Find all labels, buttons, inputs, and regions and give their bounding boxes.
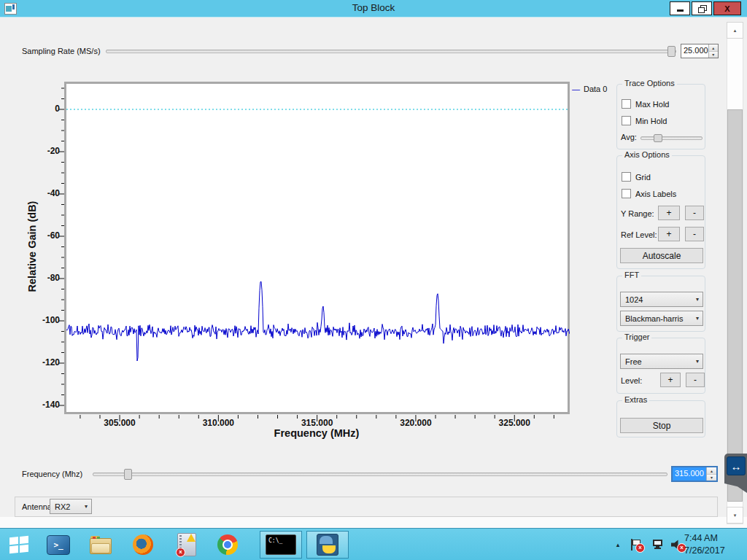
close-button[interactable]: X <box>713 1 741 15</box>
legend-line-icon: — <box>572 85 580 93</box>
trigger-level-plus-button[interactable]: + <box>660 373 681 387</box>
taskbar-firefox-button[interactable] <box>130 529 156 560</box>
trigger-mode-dropdown[interactable]: Free ▾ <box>620 354 703 369</box>
fft-size-dropdown[interactable]: 1024 ▾ <box>620 292 703 307</box>
stop-button[interactable]: Stop <box>620 418 703 433</box>
frequency-value[interactable]: 315.000 <box>673 467 706 481</box>
grid-label: Grid <box>635 173 651 182</box>
spectrum-trace <box>66 281 570 361</box>
tray-network[interactable] <box>651 529 665 560</box>
trigger-title: Trigger <box>622 332 651 341</box>
spin-up-icon[interactable]: ▴ <box>709 44 718 52</box>
maximize-button[interactable] <box>692 1 712 15</box>
powershell-icon: >_ <box>47 535 70 555</box>
firefox-icon <box>133 534 153 555</box>
legend-series-label: Data 0 <box>584 85 607 93</box>
error-badge-icon: x <box>176 548 185 557</box>
tray-show-hidden-button[interactable]: ▴ <box>611 529 624 560</box>
scrollbar-up-button[interactable]: ▴ <box>727 22 743 39</box>
min-hold-checkbox[interactable] <box>622 116 631 125</box>
python-icon <box>317 534 338 556</box>
taskbar: >_ x C:\_ ▴ <box>0 528 747 560</box>
frequency-slider-handle[interactable] <box>124 469 132 480</box>
x-tick-label: 325.000 <box>489 418 540 428</box>
avg-label: Avg: <box>621 133 637 141</box>
grid-checkbox[interactable] <box>622 172 631 182</box>
speaker-muted-icon: x <box>671 540 681 550</box>
maximize-icon <box>698 5 706 12</box>
flag-icon: x <box>630 539 642 551</box>
extras-title: Extras <box>622 395 649 404</box>
trace-options-group: Trace Options Max Hold Min Hold Avg: <box>616 84 705 149</box>
taskbar-explorer-button[interactable] <box>88 529 114 560</box>
spin-down-icon[interactable]: ▾ <box>707 475 716 481</box>
teamviewer-icon: ↔ <box>727 456 746 475</box>
antenna-panel <box>15 497 718 517</box>
sampling-rate-spinbox[interactable]: 25.000 ▴ ▾ <box>681 44 719 58</box>
tray-volume[interactable]: x <box>671 529 681 560</box>
max-hold-checkbox[interactable] <box>622 99 631 109</box>
antenna-dropdown[interactable]: RX2 ▾ <box>50 499 92 514</box>
fft-window-dropdown[interactable]: Blackman-harris ▾ <box>620 311 703 326</box>
fft-group: FFT 1024 ▾ Blackman-harris ▾ <box>616 276 705 332</box>
sampling-rate-slider[interactable] <box>106 50 676 53</box>
y-tick-label: -140 <box>26 400 60 410</box>
desktop: Top Block X Sampling Rate (MS/s) 25.000 … <box>0 0 747 560</box>
antenna-value: RX2 <box>55 502 70 511</box>
window-titlebar[interactable]: Top Block X <box>0 0 747 18</box>
max-hold-label: Max Hold <box>635 100 669 109</box>
fft-size-value: 1024 <box>625 295 643 304</box>
dropdown-arrow-icon: ▾ <box>85 503 88 510</box>
y-tick-label: -80 <box>26 273 60 283</box>
y-range-plus-button[interactable]: + <box>658 206 680 220</box>
frequency-spinbox[interactable]: 315.000 ▴ ▾ <box>671 466 718 482</box>
axis-labels-checkbox[interactable] <box>622 189 631 198</box>
window-title: Top Block <box>0 2 747 13</box>
x-tick-label: 305.000 <box>94 418 145 428</box>
y-tick-label: -40 <box>26 188 60 198</box>
tray-clock[interactable]: 7:44 AM 7/26/2017 <box>684 532 740 557</box>
avg-slider[interactable] <box>640 136 703 140</box>
trigger-level-minus-button[interactable]: - <box>686 373 705 387</box>
spectrum-plot[interactable] <box>66 84 570 412</box>
trace-options-title: Trace Options <box>622 79 677 88</box>
x-tick-label: 315.000 <box>292 418 343 428</box>
axis-options-title: Axis Options <box>622 150 672 159</box>
command-prompt-icon: C:\_ <box>266 534 296 555</box>
chevron-up-icon: ▴ <box>616 541 620 548</box>
scrollbar-thumb[interactable] <box>727 109 743 502</box>
error-badge-icon: x <box>635 543 645 553</box>
frequency-label: Frequency (Mhz) <box>22 470 82 478</box>
frequency-slider[interactable] <box>93 472 667 476</box>
y-tick-label: -20 <box>26 146 60 156</box>
dropdown-arrow-icon: ▾ <box>696 358 699 365</box>
dropdown-arrow-icon: ▾ <box>696 315 699 322</box>
sampling-rate-value[interactable]: 25.000 <box>681 44 708 58</box>
avg-slider-handle[interactable] <box>654 134 662 142</box>
spin-up-icon[interactable]: ▴ <box>707 467 716 475</box>
autoscale-button[interactable]: Autoscale <box>620 248 703 263</box>
trigger-group: Trigger Free ▾ Level: + - <box>616 338 705 394</box>
start-button[interactable] <box>4 529 34 560</box>
y-range-minus-button[interactable]: - <box>685 206 704 220</box>
minimize-icon <box>677 9 684 12</box>
clock-date: 7/26/2017 <box>684 545 740 557</box>
tray-action-center[interactable]: x <box>630 529 642 560</box>
taskbar-notes-button[interactable]: x <box>174 529 200 560</box>
trigger-mode-value: Free <box>625 357 642 366</box>
taskbar-cmd-button[interactable]: C:\_ <box>260 531 302 559</box>
axis-options-group: Axis Options Grid Axis Labels Y Range: +… <box>616 155 705 269</box>
ref-level-plus-button[interactable]: + <box>658 227 680 241</box>
axis-labels-label: Axis Labels <box>635 190 676 198</box>
minimize-button[interactable] <box>670 1 690 15</box>
scrollbar-down-button[interactable]: ▾ <box>727 507 743 524</box>
taskbar-python-button[interactable] <box>306 531 349 559</box>
chrome-icon <box>217 534 238 555</box>
network-icon <box>651 539 665 551</box>
ref-level-minus-button[interactable]: - <box>685 227 704 241</box>
spin-down-icon[interactable]: ▾ <box>709 52 718 58</box>
sampling-rate-slider-handle[interactable] <box>667 46 676 57</box>
min-hold-label: Min Hold <box>635 117 667 125</box>
taskbar-chrome-button[interactable] <box>214 529 241 560</box>
taskbar-powershell-button[interactable]: >_ <box>45 529 71 560</box>
